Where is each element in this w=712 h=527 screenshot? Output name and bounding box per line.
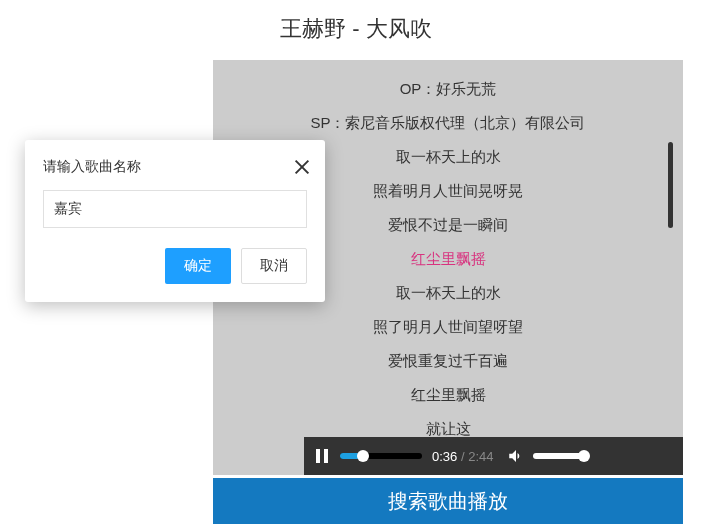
page-title: 王赫野 - 大风吹 <box>0 0 712 54</box>
lyric-line: 照了明月人世间望呀望 <box>213 310 683 344</box>
close-icon[interactable] <box>293 158 311 176</box>
modal-title: 请输入歌曲名称 <box>43 158 141 176</box>
lyric-line: 就让这 <box>213 412 683 437</box>
song-name-input[interactable] <box>43 190 307 228</box>
current-time: 0:36 <box>432 449 457 464</box>
seek-bar[interactable] <box>340 453 422 459</box>
search-modal: 请输入歌曲名称 确定 取消 <box>25 140 325 302</box>
audio-player-bar: 0:36 / 2:44 <box>304 437 683 475</box>
volume-icon[interactable] <box>507 447 525 465</box>
confirm-button[interactable]: 确定 <box>165 248 231 284</box>
lyric-line: 红尘里飘摇 <box>213 378 683 412</box>
search-song-button[interactable]: 搜索歌曲播放 <box>213 478 683 524</box>
modal-header: 请输入歌曲名称 <box>25 140 325 190</box>
time-display: 0:36 / 2:44 <box>432 449 493 464</box>
lyric-line: 爱恨重复过千百遍 <box>213 344 683 378</box>
pause-icon <box>316 449 328 463</box>
cancel-button[interactable]: 取消 <box>241 248 307 284</box>
volume-bar[interactable] <box>533 453 587 459</box>
duration-time: 2:44 <box>468 449 493 464</box>
pause-button[interactable] <box>316 449 328 463</box>
modal-footer: 确定 取消 <box>25 248 325 302</box>
lyric-line: SP：索尼音乐版权代理（北京）有限公司 <box>213 106 683 140</box>
volume-knob[interactable] <box>578 450 590 462</box>
seek-knob[interactable] <box>357 450 369 462</box>
lyric-line: OP：好乐无荒 <box>213 72 683 106</box>
scrollbar-thumb[interactable] <box>668 142 673 228</box>
